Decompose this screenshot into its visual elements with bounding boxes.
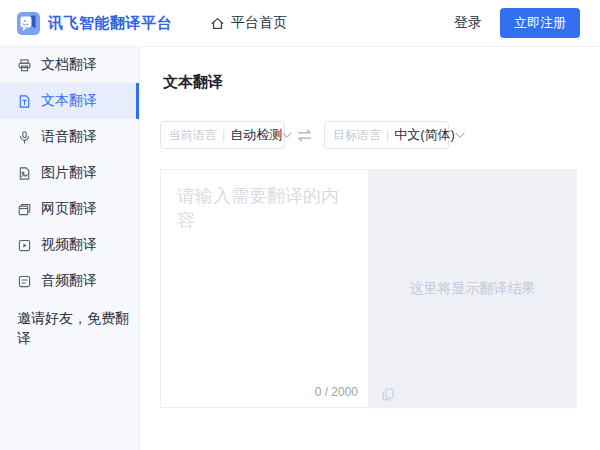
- document-translate-icon: [17, 58, 32, 73]
- platform-logo[interactable]: 讯飞智能翻译平台: [17, 12, 172, 35]
- video-translate-icon: [17, 238, 32, 253]
- sidebar-item-label: 视频翻译: [41, 236, 97, 254]
- copy-result-icon[interactable]: [382, 388, 394, 401]
- main-content: 文本翻译 当前语言 | 自动检测 目标语言 | 中文(简体): [140, 47, 600, 450]
- top-header: 讯飞智能翻译平台 平台首页 登录 立即注册: [0, 0, 600, 47]
- sidebar-item-label: 文档翻译: [41, 56, 97, 74]
- translation-result-panel: 这里将显示翻译结果: [368, 169, 577, 408]
- translation-panels: 0 / 2000 这里将显示翻译结果: [160, 169, 577, 408]
- sidebar-item-text-translate[interactable]: 文本翻译: [0, 83, 139, 119]
- translation-input-panel: 0 / 2000: [160, 169, 368, 408]
- sidebar-item-webpage-translate[interactable]: 网页翻译: [0, 191, 139, 227]
- login-link[interactable]: 登录: [454, 14, 482, 32]
- target-language-label: 目标语言: [333, 127, 381, 144]
- home-nav-label: 平台首页: [231, 14, 287, 32]
- swap-languages-icon[interactable]: [296, 129, 313, 142]
- page-title: 文本翻译: [163, 73, 600, 92]
- text-translate-icon: [17, 94, 32, 109]
- source-language-value: 自动检测: [230, 126, 282, 144]
- home-nav-link[interactable]: 平台首页: [210, 14, 287, 32]
- image-translate-icon: [17, 166, 32, 181]
- separator: |: [222, 128, 225, 142]
- sidebar-item-label: 语音翻译: [41, 128, 97, 146]
- translation-input[interactable]: [161, 170, 368, 370]
- sidebar-item-document-translate[interactable]: 文档翻译: [0, 47, 139, 83]
- target-language-select[interactable]: 目标语言 | 中文(简体): [324, 121, 449, 149]
- webpage-translate-icon: [17, 202, 32, 217]
- audio-translate-icon: [17, 274, 32, 289]
- char-count: 0 / 2000: [315, 385, 358, 399]
- home-icon: [210, 16, 225, 31]
- chevron-down-icon: [282, 132, 292, 139]
- sidebar-item-label: 网页翻译: [41, 200, 97, 218]
- sidebar: 文档翻译 文本翻译 语音翻译 图片翻译: [0, 47, 140, 450]
- sidebar-item-video-translate[interactable]: 视频翻译: [0, 227, 139, 263]
- sidebar-item-audio-translate[interactable]: 音频翻译: [0, 263, 139, 299]
- source-language-select[interactable]: 当前语言 | 自动检测: [160, 121, 285, 149]
- sidebar-item-voice-translate[interactable]: 语音翻译: [0, 119, 139, 155]
- voice-translate-icon: [17, 130, 32, 145]
- logo-icon: [17, 12, 40, 35]
- language-bar: 当前语言 | 自动检测 目标语言 | 中文(简体): [160, 121, 600, 149]
- source-language-label: 当前语言: [169, 127, 217, 144]
- sidebar-item-label: 图片翻译: [41, 164, 97, 182]
- result-placeholder-text: 这里将显示翻译结果: [410, 280, 536, 298]
- sidebar-item-image-translate[interactable]: 图片翻译: [0, 155, 139, 191]
- target-language-value: 中文(简体): [394, 126, 455, 144]
- chevron-down-icon: [455, 132, 465, 139]
- invite-friends-link[interactable]: 邀请好友，免费翻译: [0, 308, 139, 348]
- sidebar-item-label: 文本翻译: [41, 92, 97, 110]
- register-button[interactable]: 立即注册: [500, 8, 580, 38]
- sidebar-item-label: 音频翻译: [41, 272, 97, 290]
- logo-title: 讯飞智能翻译平台: [48, 14, 172, 33]
- separator: |: [386, 128, 389, 142]
